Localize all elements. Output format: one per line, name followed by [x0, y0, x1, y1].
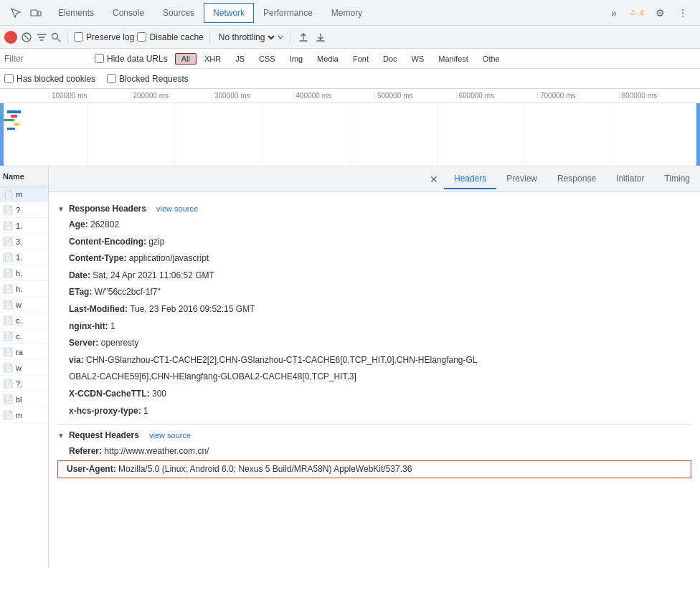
file-item-14[interactable]: 📄 bl: [0, 392, 48, 407]
main-split: Name 📄 m 📄 ? 📄 1. 📄 3. 📄 1. 📄 h. 📄 h.: [0, 166, 700, 567]
download-icon[interactable]: [313, 30, 328, 44]
response-view-source[interactable]: view source: [156, 204, 198, 213]
has-blocked-cookies-checkbox[interactable]: [4, 74, 14, 83]
svg-point-4: [52, 33, 58, 39]
filter-btn-doc[interactable]: Doc: [377, 53, 404, 65]
filter-btn-xhr[interactable]: XHR: [198, 53, 227, 65]
filter-btn-font[interactable]: Font: [346, 53, 375, 65]
alert-badge[interactable]: ⚠ 4: [628, 4, 645, 22]
file-name-1: m: [16, 190, 22, 199]
tab-console[interactable]: Console: [103, 3, 153, 23]
filter-btn-all[interactable]: All: [175, 53, 197, 65]
detail-tab-headers[interactable]: Headers: [444, 169, 496, 189]
timeline-chart[interactable]: [0, 103, 700, 166]
file-name-11: ra: [16, 348, 23, 356]
has-blocked-cookies-label[interactable]: Has blocked cookies: [4, 74, 95, 84]
file-item-1[interactable]: 📄 m: [0, 186, 48, 202]
disable-cache-checkbox[interactable]: [137, 32, 146, 42]
hide-data-urls-label[interactable]: Hide data URLs: [95, 54, 168, 64]
file-item-3[interactable]: 📄 1.: [0, 218, 48, 234]
t-bar-2: [11, 115, 18, 118]
tab-network[interactable]: Network: [204, 3, 254, 23]
detail-close-button[interactable]: ✕: [430, 174, 438, 185]
blocked-requests-label[interactable]: Blocked Requests: [107, 74, 189, 84]
ruler-labels: 100000 ms 200000 ms 300000 ms 400000 ms …: [0, 92, 700, 100]
svg-rect-0: [31, 10, 37, 16]
filter-btn-manifest[interactable]: Manifest: [432, 53, 475, 65]
filter-btn-ws[interactable]: WS: [405, 53, 431, 65]
file-item-4[interactable]: 📄 3.: [0, 234, 48, 250]
file-item-9[interactable]: 📄 c.: [0, 313, 48, 328]
detail-tab-response[interactable]: Response: [547, 169, 606, 189]
filter-btn-img[interactable]: Img: [283, 53, 309, 65]
toolbar-divider: [67, 31, 68, 44]
filter-btn-js[interactable]: JS: [229, 53, 251, 65]
detail-tabs: ✕ Headers Preview Response Initiator Tim…: [49, 166, 700, 192]
file-icon-6: 📄: [3, 268, 13, 278]
settings-icon[interactable]: ⚙: [651, 4, 668, 22]
detail-panel: ✕ Headers Preview Response Initiator Tim…: [49, 166, 700, 567]
file-icon-1: 📄: [3, 189, 13, 199]
toolbar-divider3: [290, 31, 290, 44]
throttle-select[interactable]: No throttling: [216, 32, 277, 43]
header-xhcs: x-hcs-proxy-type: 1: [57, 403, 691, 420]
file-item-8[interactable]: 📄 w: [0, 297, 48, 313]
file-item-11[interactable]: 📄 ra: [0, 344, 48, 360]
file-item-6[interactable]: 📄 h.: [0, 265, 48, 281]
svg-rect-1: [38, 11, 41, 16]
detail-tab-preview[interactable]: Preview: [496, 169, 547, 189]
hide-data-urls-checkbox[interactable]: [95, 54, 104, 63]
filter-btn-other[interactable]: Othe: [476, 53, 506, 65]
clear-button[interactable]: [20, 31, 33, 44]
filter-input[interactable]: [4, 54, 90, 64]
file-name-10: c.: [16, 332, 22, 341]
file-icon-5: 📄: [3, 252, 13, 262]
file-item-13[interactable]: 📄 ?.: [0, 376, 48, 392]
ruler-label-5: 500000 ms: [374, 92, 456, 100]
file-item-10[interactable]: 📄 c.: [0, 328, 48, 344]
t-bar-3: [4, 119, 14, 121]
preserve-log-checkbox[interactable]: [74, 32, 83, 42]
header-date: Date: Sat, 24 Apr 2021 11:06:52 GMT: [57, 267, 691, 285]
request-headers-section-title: ▼ Request Headers view source: [57, 430, 691, 440]
preserve-log-label[interactable]: Preserve log: [74, 32, 134, 42]
file-name-8: w: [16, 300, 22, 309]
detail-tab-initiator[interactable]: Initiator: [606, 169, 654, 189]
grid-line-2: [175, 103, 176, 166]
file-item-2[interactable]: 📄 ?: [0, 202, 48, 218]
search-button[interactable]: [50, 32, 62, 43]
t-bar-5: [7, 128, 16, 130]
detail-tab-timing[interactable]: Timing: [654, 169, 700, 189]
inspect-icon[interactable]: [7, 4, 24, 22]
more-tabs-icon[interactable]: »: [605, 4, 623, 22]
tab-memory[interactable]: Memory: [322, 3, 372, 23]
file-name-12: w: [16, 364, 22, 372]
file-item-15[interactable]: 📄 m: [0, 407, 48, 423]
file-item-5[interactable]: 📄 1.: [0, 250, 48, 265]
file-icon-3: 📄: [3, 221, 13, 231]
tab-sources[interactable]: Sources: [153, 3, 204, 23]
timeline-right-bar: [696, 103, 700, 166]
file-item-7[interactable]: 📄 h.: [0, 281, 48, 297]
filter-button[interactable]: [36, 32, 47, 43]
disable-cache-label[interactable]: Disable cache: [137, 32, 203, 42]
blocked-requests-checkbox[interactable]: [107, 74, 116, 83]
throttle-chevron: [277, 34, 284, 41]
device-toggle-icon[interactable]: [27, 4, 44, 22]
upload-icon[interactable]: [296, 30, 311, 44]
grid-line-7: [612, 103, 613, 166]
filter-btn-media[interactable]: Media: [311, 53, 345, 65]
tab-elements[interactable]: Elements: [49, 3, 103, 23]
record-button[interactable]: [4, 31, 17, 44]
file-name-9: c.: [16, 316, 22, 325]
svg-line-5: [57, 39, 60, 42]
toolbar-divider2: [209, 31, 210, 44]
header-content-type: Content-Type: application/javascript: [57, 250, 691, 267]
detail-content[interactable]: ▼ Response Headers view source Age: 2628…: [49, 192, 700, 567]
more-options-icon[interactable]: ⋮: [674, 4, 691, 22]
filter-btn-css[interactable]: CSS: [252, 53, 282, 65]
file-icon-4: 📄: [3, 237, 13, 247]
tab-performance[interactable]: Performance: [254, 3, 322, 23]
request-view-source[interactable]: view source: [149, 431, 191, 440]
file-item-12[interactable]: 📄 w: [0, 360, 48, 376]
